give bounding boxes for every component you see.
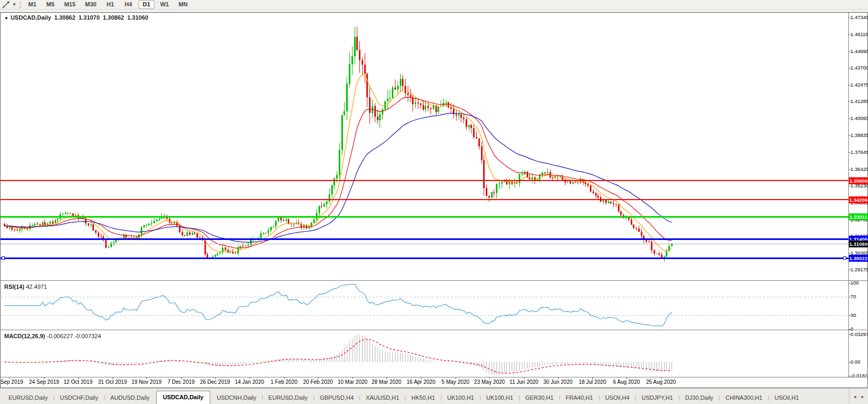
chart-tab-xauusd-h1[interactable]: XAUUSD,H1 [360, 392, 405, 404]
rsi-value: 42.4971 [26, 283, 47, 290]
chart-tab-ger30-h1[interactable]: GER30,H1 [520, 392, 558, 404]
timeframe-button-m15[interactable]: M15 [61, 0, 79, 9]
tab-scroll-controls: ◂▸ [849, 389, 868, 404]
price-tick-label: 1.40060 [850, 115, 868, 122]
price-tick-label: 1.44890 [850, 48, 868, 55]
line-handle-left[interactable] [2, 256, 5, 260]
time-tick-label: 1 Feb 2020 [271, 379, 298, 385]
price-level-line-1.34206[interactable] [1, 199, 848, 200]
time-tick-label: 23 May 2020 [474, 379, 505, 385]
chart-tab-dj30-daily[interactable]: DJ30,Daily [680, 392, 718, 404]
timeframe-button-m1[interactable]: M1 [24, 0, 40, 9]
rsi-macd-separator[interactable] [0, 330, 868, 330]
price-tick-label: 1.43700 [850, 65, 868, 71]
chart-time-separator [0, 377, 868, 377]
macd-label: MACD(12,26,9) -0.006227 -0.007324 [4, 333, 101, 339]
ohlc-close: 1.31060 [127, 14, 149, 21]
macd-signal-value: -0.007324 [75, 333, 101, 339]
chart-tab-usdcad-daily[interactable]: USDCAD,Daily [156, 391, 210, 404]
rsi-label: RSI(14) 42.4971 [4, 283, 47, 290]
time-tick-label: 5 Sep 2019 [0, 379, 23, 385]
chart-title: ▼USDCAD,Daily1.308621.310701.308621.3106… [4, 14, 148, 21]
chart-symbol-label: USDCAD,Daily [11, 14, 51, 21]
price-chart-canvas[interactable] [0, 13, 848, 377]
time-tick-label: 11 Jun 2020 [510, 379, 538, 385]
chart-tab-china300-h1[interactable]: CHINA300,H1 [720, 392, 768, 404]
tab-scroll-right-button[interactable]: ▸ [861, 394, 864, 399]
price-level-line-1.30022[interactable] [1, 257, 848, 259]
chart-tab-uk100-h1[interactable]: UK100,H1 [481, 392, 519, 404]
ohlc-low: 1.30862 [103, 14, 124, 21]
line-handle-right[interactable] [843, 256, 846, 260]
chart-tab-bar: EURUSD,Daily|USDCHF,Daily|AUDUSD,DailyUS… [0, 388, 868, 404]
price-tick-label: 1.36420 [850, 166, 868, 173]
price-level-line-1.35606[interactable] [1, 180, 848, 181]
current-price-label: 1.31060 [849, 240, 868, 247]
chart-tab-usoil-h4[interactable]: USOil,H4 [600, 392, 635, 404]
chart-tab-gbpusd-h4[interactable]: GBPUSD,H4 [314, 392, 359, 404]
time-tick-label: 30 Jun 2020 [543, 379, 572, 385]
time-tick-label: 24 Sep 2019 [29, 379, 59, 385]
trendline-cursor-icon [2, 1, 11, 8]
time-tick-label: 25 Aug 2020 [646, 379, 676, 385]
chart-tab-uk100-h1[interactable]: UK100,H1 [442, 392, 479, 404]
timeframe-button-mn[interactable]: MN [175, 0, 191, 9]
time-tick-label: 18 Jul 2020 [579, 379, 606, 385]
chart-tab-usdchf-daily[interactable]: USDCHF,Daily [55, 392, 104, 404]
chart-tab-audusd-daily[interactable]: AUDUSD,Daily [105, 392, 155, 404]
price-level-label: 1.35606 [849, 177, 868, 184]
price-level-line-1.33011[interactable] [1, 216, 848, 218]
chart-tab-hk50-h1[interactable]: HK50,H1 [406, 392, 441, 404]
main-rsi-separator[interactable] [0, 280, 868, 281]
price-tick-label: 1.47340 [850, 14, 868, 21]
price-tick-label: 1.37645 [850, 149, 868, 156]
rsi-tick-label: 30 [850, 312, 868, 319]
time-tick-label: 12 Oct 2019 [64, 379, 92, 385]
chart-tab-eurusd-daily[interactable]: EURUSD,Daily [263, 392, 313, 404]
tool-dropdown-caret-icon[interactable]: ▼ [12, 2, 16, 7]
ohlc-open: 1.30862 [54, 14, 75, 21]
time-tick-label: 19 Nov 2019 [132, 379, 162, 385]
time-tick-label: 6 Aug 2020 [613, 379, 640, 385]
price-tick-label: 1.29175 [850, 267, 868, 273]
chart-tab-usdjpy-h1[interactable]: USDJPY,H1 [636, 392, 678, 404]
chart-tab-eurusd-daily[interactable]: EURUSD,Daily [3, 392, 53, 404]
time-tick-label: 16 Apr 2020 [407, 379, 435, 385]
price-level-line-1.31405[interactable] [1, 238, 848, 240]
macd-tick-label: -0.01815 [850, 373, 868, 379]
chart-tab-usoil-h1[interactable]: USOil,H1 [769, 392, 804, 404]
macd-name: MACD(12,26,9) [4, 333, 45, 339]
price-tick-label: 1.41285 [850, 98, 868, 105]
macd-main-value: -0.006227 [47, 333, 73, 339]
time-tick-label: 5 May 2020 [442, 379, 469, 385]
price-tick-label: 1.42475 [850, 82, 868, 88]
time-tick-label: 20 Feb 2020 [303, 379, 333, 385]
price-level-label: 1.30022 [849, 255, 868, 262]
rsi-name: RSI(14) [4, 283, 24, 290]
timeframe-button-m5[interactable]: M5 [42, 0, 58, 9]
time-tick-label: 10 Mar 2020 [338, 379, 367, 385]
price-level-label: 1.33011 [849, 213, 868, 220]
time-tick-label: 28 Mar 2020 [372, 379, 401, 385]
chart-tab-usdcnh-daily[interactable]: USDCNH,Daily [211, 392, 262, 404]
timeframe-buttons: M1M5M15M30H1H4D1W1MN [24, 0, 191, 9]
timeframe-button-d1[interactable]: D1 [139, 0, 154, 9]
line-studies-tool[interactable]: ▼ [0, 0, 19, 9]
time-tick-label: 26 Dec 2019 [200, 379, 230, 385]
timeframe-button-w1[interactable]: W1 [157, 0, 173, 9]
mt4-application: ▼ M1M5M15M30H1H4D1W1MN ▼USDCAD,Daily1.30… [0, 0, 868, 404]
macd-tick-label: 0.00 [850, 359, 868, 365]
time-tick-label: 7 Dec 2019 [167, 379, 194, 385]
ohlc-high: 1.31070 [79, 14, 100, 21]
timeframe-button-m30[interactable]: M30 [81, 0, 100, 9]
timeframe-toolbar: ▼ M1M5M15M30H1H4D1W1MN [0, 0, 868, 10]
rsi-tick-label: 70 [850, 294, 868, 300]
current-price-line [1, 244, 848, 244]
timeframe-button-h4[interactable]: H4 [121, 0, 136, 9]
price-axis-line[interactable] [848, 13, 849, 377]
tab-scroll-left-button[interactable]: ◂ [854, 394, 856, 399]
timeframe-button-h1[interactable]: H1 [102, 0, 118, 9]
macd-tick-label: 0.03297 [850, 331, 868, 338]
toolbar-grip [20, 2, 21, 8]
chart-tab-fra40-h1[interactable]: FRA40,H1 [561, 392, 598, 404]
